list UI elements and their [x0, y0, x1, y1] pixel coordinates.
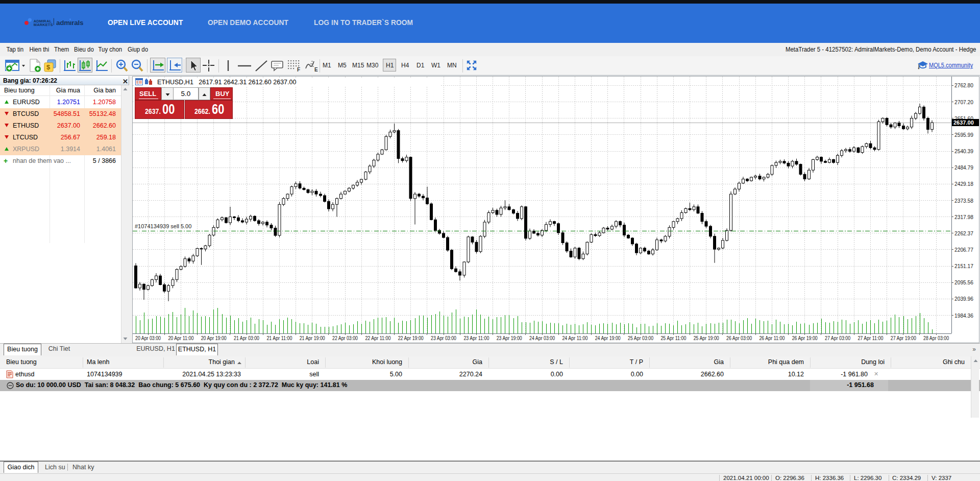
svg-text:2039.96: 2039.96	[954, 296, 973, 302]
svg-text:2429.18: 2429.18	[954, 181, 973, 187]
svg-text:22 Apr 19:00: 22 Apr 19:00	[398, 335, 424, 341]
svg-text:22 Apr 03:00: 22 Apr 03:00	[332, 335, 358, 341]
svg-text:25 Apr 19:00: 25 Apr 19:00	[694, 335, 719, 341]
svg-text:2540.39: 2540.39	[954, 148, 973, 154]
svg-text:20 Apr 19:00: 20 Apr 19:00	[201, 335, 227, 341]
svg-text:20 Apr 11:00: 20 Apr 11:00	[168, 335, 193, 341]
svg-text:20 Apr 03:00: 20 Apr 03:00	[135, 335, 161, 341]
svg-text:25 Apr 03:00: 25 Apr 03:00	[628, 335, 653, 341]
svg-text:$: $	[46, 63, 51, 71]
svg-text:26 Apr 03:00: 26 Apr 03:00	[726, 335, 752, 341]
svg-text:2373.58: 2373.58	[954, 198, 973, 204]
svg-text:2095.56: 2095.56	[954, 279, 973, 285]
svg-text:24 Apr 11:00: 24 Apr 11:00	[562, 335, 587, 341]
svg-text:MARKETS: MARKETS	[34, 22, 53, 27]
svg-text:2637.00: 2637.00	[953, 119, 974, 126]
svg-text:24 Apr 19:00: 24 Apr 19:00	[595, 335, 621, 341]
svg-text:27 Apr 11:00: 27 Apr 11:00	[857, 335, 883, 341]
svg-text:21 Apr 11:00: 21 Apr 11:00	[266, 335, 292, 341]
svg-text:1984.36: 1984.36	[954, 312, 973, 319]
svg-text:28 Apr 03:00: 28 Apr 03:00	[923, 335, 949, 341]
svg-text:2206.77: 2206.77	[954, 247, 973, 253]
svg-text:23 Apr 03:00: 23 Apr 03:00	[431, 335, 456, 341]
svg-text:2707.20: 2707.20	[954, 99, 973, 105]
svg-text:2484.79: 2484.79	[954, 164, 973, 171]
svg-text:26 Apr 11:00: 26 Apr 11:00	[759, 335, 785, 341]
svg-text:21 Apr 03:00: 21 Apr 03:00	[234, 335, 259, 341]
svg-text:27 Apr 19:00: 27 Apr 19:00	[891, 335, 916, 341]
svg-text:24 Apr 03:00: 24 Apr 03:00	[529, 335, 555, 341]
svg-text:2762.80: 2762.80	[954, 82, 973, 88]
svg-text:25 Apr 11:00: 25 Apr 11:00	[660, 335, 686, 341]
svg-text:2151.17: 2151.17	[954, 263, 973, 269]
svg-text:27 Apr 03:00: 27 Apr 03:00	[825, 335, 850, 341]
svg-text:2317.98: 2317.98	[954, 214, 973, 220]
svg-text:23 Apr 11:00: 23 Apr 11:00	[463, 335, 489, 341]
svg-text:21 Apr 19:00: 21 Apr 19:00	[300, 335, 325, 341]
svg-text:E: E	[314, 67, 318, 73]
svg-text:2262.37: 2262.37	[954, 230, 973, 236]
svg-text:2595.99: 2595.99	[954, 132, 973, 138]
svg-text:F: F	[297, 67, 300, 73]
svg-text:#1074134939 sell 5.00: #1074134939 sell 5.00	[135, 223, 191, 229]
svg-text:22 Apr 11:00: 22 Apr 11:00	[365, 335, 390, 341]
svg-text:26 Apr 19:00: 26 Apr 19:00	[792, 335, 818, 341]
svg-text:23 Apr 19:00: 23 Apr 19:00	[497, 335, 522, 341]
